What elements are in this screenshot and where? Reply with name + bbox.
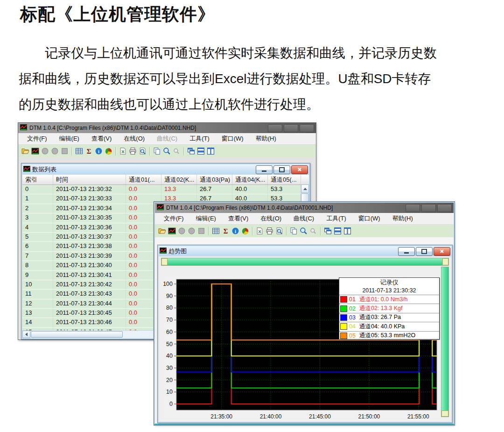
tile-horizontal-icon[interactable] (333, 226, 343, 236)
sum-icon[interactable]: Σ (84, 146, 94, 156)
channel-number: 01 (349, 296, 359, 303)
tile-vertical-icon[interactable] (206, 146, 216, 156)
scrollbar-thumb[interactable] (31, 331, 123, 338)
column-header[interactable]: 通道01(... (126, 175, 161, 184)
print-preview-icon[interactable] (138, 146, 147, 156)
channel-color-swatch (340, 296, 347, 303)
title-bar[interactable]: DTM 1.0.4 [C:\Program Files (x86)\DTM 1.… (155, 203, 454, 213)
datalist-icon (23, 165, 30, 174)
column-header[interactable]: 通道03(Pa) (197, 175, 232, 184)
menu-item[interactable]: 曲线(C) (151, 133, 183, 144)
datalist-title-bar[interactable]: 数据列表 (22, 164, 309, 175)
info-icon[interactable]: i (231, 226, 240, 236)
stop-icon[interactable] (196, 226, 206, 236)
scroll-up-button[interactable] (301, 184, 309, 193)
column-header[interactable]: 索引 (22, 175, 53, 184)
pie-chart-icon[interactable] (240, 226, 250, 236)
tile-horizontal-icon[interactable] (196, 146, 206, 156)
menu-item[interactable]: 查看(V) (85, 133, 118, 144)
scroll-left-button[interactable] (22, 331, 30, 338)
minimize-button[interactable] (256, 165, 273, 174)
data-grid-icon[interactable] (74, 146, 84, 156)
menu-item[interactable]: 编辑(E) (190, 213, 222, 224)
copy-icon[interactable] (152, 146, 162, 156)
scrollbar-cap[interactable] (441, 411, 448, 417)
menu-item[interactable]: 文件(F) (21, 133, 53, 144)
minimize-button[interactable] (398, 247, 415, 256)
datalist-caption: 数据列表 (32, 165, 56, 174)
menu-item[interactable]: 工具(T) (320, 213, 352, 224)
trend-title-bar[interactable]: 趋势图 (159, 246, 451, 256)
close-button[interactable] (437, 204, 452, 212)
column-header[interactable]: 通道04(K... (232, 175, 268, 184)
pause-icon[interactable] (187, 226, 196, 236)
menu-item[interactable]: 曲线(C) (287, 213, 320, 224)
export-excel-icon[interactable]: X (255, 226, 265, 236)
restore-button[interactable] (273, 165, 290, 174)
menu-item[interactable]: 查看(V) (222, 213, 254, 224)
zoom-small-icon[interactable] (308, 226, 318, 236)
print-icon[interactable] (265, 226, 274, 236)
menu-item[interactable]: 帮助(H) (250, 133, 282, 144)
sum-icon[interactable]: Σ (221, 226, 231, 236)
zoom-icon[interactable] (299, 226, 308, 236)
trend-window[interactable]: 趋势图 21:35:00 (157, 245, 453, 423)
title-bar[interactable]: DTM 1.0.4 [C:\Program Files (x86)\DTM 1.… (18, 123, 316, 133)
restore-button[interactable] (416, 247, 433, 256)
maximize-button[interactable] (284, 124, 298, 132)
export-excel-icon[interactable]: X (118, 146, 128, 156)
minimize-button[interactable] (406, 204, 420, 212)
table-cell: 2011-07-13 21:30:36 (53, 223, 126, 232)
svg-text:30: 30 (166, 365, 173, 371)
menu-item[interactable]: 窗口(W) (352, 213, 386, 224)
data-chart-icon[interactable] (167, 226, 177, 236)
table-cell: 40.0 (232, 185, 268, 194)
column-header[interactable]: 通道02(K... (161, 175, 197, 184)
legend-item: 01通道01: 0.0 Nm3/h (339, 295, 439, 304)
stop-icon[interactable] (60, 146, 70, 156)
menu-item[interactable]: 在线(O) (254, 213, 287, 224)
pause-icon[interactable] (50, 146, 60, 156)
table-row[interactable]: 02011-07-13 21:30:320.013.326.740.053.3 (22, 185, 309, 194)
cascade-windows-icon[interactable] (323, 226, 333, 236)
cascade-windows-icon[interactable] (186, 146, 196, 156)
column-header[interactable]: 时间 (53, 175, 126, 184)
record-icon[interactable] (177, 226, 187, 236)
up-arrow-icon (303, 188, 307, 190)
menu-item[interactable]: 编辑(E) (53, 133, 85, 144)
main-window-trend[interactable]: DTM 1.0.4 [C:\Program Files (x86)\DTM 1.… (154, 202, 455, 425)
record-icon[interactable] (40, 146, 50, 156)
menu-item[interactable]: 工具(T) (183, 133, 216, 144)
pie-chart-icon[interactable] (104, 146, 113, 156)
column-header[interactable]: 通道05(... (268, 175, 301, 184)
close-button[interactable] (300, 124, 314, 132)
svg-text:0: 0 (169, 401, 173, 407)
menu-item[interactable]: 窗口(W) (216, 133, 250, 144)
scrollbar-track[interactable] (441, 267, 448, 411)
chart-vertical-scrollbar[interactable] (441, 267, 449, 417)
open-file-icon[interactable] (157, 226, 167, 236)
tile-vertical-icon[interactable] (343, 226, 352, 236)
zoom-icon[interactable] (162, 146, 172, 156)
info-icon[interactable]: i (94, 146, 104, 156)
open-file-icon[interactable] (21, 146, 30, 156)
svg-text:20: 20 (166, 377, 173, 383)
chart-horizontal-scrollbar[interactable] (161, 258, 449, 266)
menu-item[interactable]: 文件(F) (158, 213, 190, 224)
zoom-small-icon[interactable] (172, 146, 182, 156)
data-chart-icon[interactable] (30, 146, 40, 156)
minimize-button[interactable] (268, 124, 282, 132)
copy-icon[interactable] (289, 226, 299, 236)
scrollbar-cap[interactable] (442, 258, 448, 265)
print-preview-icon[interactable] (274, 226, 284, 236)
maximize-button[interactable] (421, 204, 436, 212)
close-button[interactable] (291, 165, 308, 174)
data-grid-icon[interactable] (211, 226, 221, 236)
close-button[interactable] (434, 247, 450, 256)
print-icon[interactable] (128, 146, 138, 156)
page-title: 标配《上位机管理软件》 (20, 3, 215, 26)
menu-item[interactable]: 帮助(H) (386, 213, 419, 224)
scrollbar-track[interactable] (168, 258, 442, 265)
menu-item[interactable]: 在线(O) (118, 133, 151, 144)
scrollbar-cap[interactable] (161, 258, 168, 265)
